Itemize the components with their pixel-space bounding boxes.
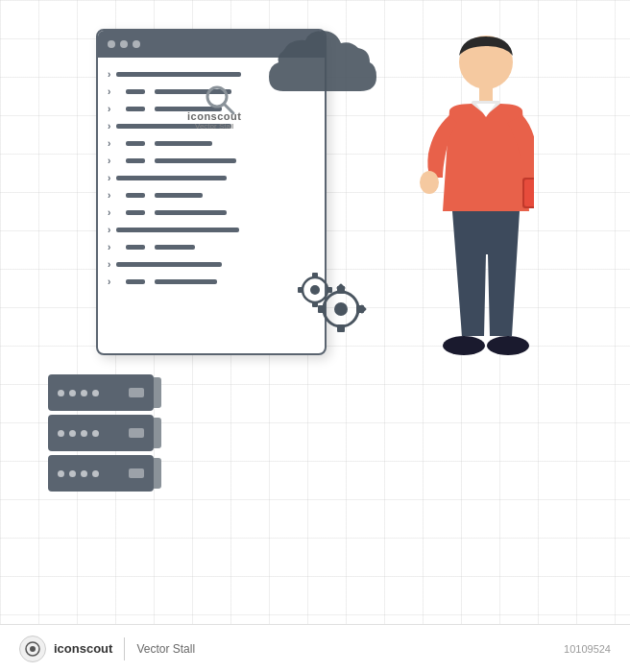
- svg-rect-15: [327, 287, 332, 293]
- footer-id: 10109524: [564, 643, 611, 655]
- code-bar: [155, 193, 203, 198]
- code-line: ›: [108, 173, 315, 183]
- chevron-icon: ›: [108, 104, 110, 114]
- server-dot: [69, 390, 76, 396]
- code-bar: [126, 107, 145, 111]
- code-bar: [126, 89, 145, 94]
- server-rect: [129, 428, 144, 438]
- code-bar: [155, 245, 195, 250]
- gears-svg: [298, 269, 384, 346]
- footer-bar: iconscout Vector Stall 10109524: [0, 624, 630, 672]
- code-line: ›: [108, 225, 315, 235]
- footer-secondary-text: Vector Stall: [136, 642, 195, 656]
- code-bar: [155, 158, 236, 163]
- code-bar: [155, 279, 217, 284]
- person-svg: [380, 19, 534, 384]
- footer-logo-circle: [19, 636, 46, 662]
- window-dot-1: [108, 40, 115, 48]
- chevron-icon: ›: [108, 276, 110, 287]
- code-bar: [116, 176, 227, 180]
- svg-point-22: [443, 336, 485, 355]
- cloud-shape: [259, 19, 384, 106]
- code-line: ›: [108, 156, 315, 166]
- code-line: ›: [108, 242, 315, 252]
- server-unit-3: [48, 455, 154, 492]
- svg-rect-21: [524, 180, 534, 206]
- window-dot-2: [120, 40, 128, 48]
- footer-brand-text: iconscout: [54, 641, 112, 656]
- server-dot: [81, 470, 87, 477]
- code-bar: [126, 245, 145, 250]
- server-dot: [69, 470, 76, 477]
- gears-group: [298, 269, 384, 349]
- chevron-icon: ›: [108, 138, 110, 149]
- code-line: ›: [108, 259, 315, 270]
- cloud-svg: [259, 19, 384, 106]
- watermark: iconscout Vector Stall: [187, 110, 241, 131]
- code-bar: [126, 141, 145, 146]
- code-bar: [126, 193, 145, 198]
- window-dot-3: [133, 40, 140, 48]
- svg-rect-5: [337, 324, 345, 332]
- server-dot: [58, 390, 64, 396]
- iconscout-logo-icon: [24, 640, 41, 658]
- chevron-icon: ›: [108, 156, 110, 166]
- chevron-icon: ›: [108, 190, 110, 201]
- main-content: › › › › › › › › › › › › ›: [0, 0, 630, 672]
- svg-point-3: [334, 302, 348, 316]
- illustration-area: › › › › › › › › › › › › ›: [0, 0, 630, 624]
- chevron-icon: ›: [108, 121, 110, 132]
- svg-rect-6: [318, 305, 326, 313]
- footer-divider: [124, 637, 125, 660]
- server-unit-1: [48, 374, 154, 411]
- server-dot: [58, 430, 64, 437]
- code-bar: [126, 158, 145, 163]
- chevron-icon: ›: [108, 69, 110, 80]
- chevron-icon: ›: [108, 242, 110, 252]
- chevron-icon: ›: [108, 225, 110, 235]
- code-bar: [116, 72, 241, 77]
- watermark-brand: iconscout: [187, 110, 241, 122]
- person-figure: [380, 19, 534, 384]
- code-line: ›: [108, 276, 315, 287]
- svg-rect-12: [312, 273, 318, 278]
- server-dot: [81, 430, 87, 437]
- watermark-subtitle: Vector Stall: [195, 122, 233, 131]
- server-rect: [129, 388, 144, 397]
- code-line: ›: [108, 138, 315, 149]
- chevron-icon: ›: [108, 259, 110, 270]
- chevron-icon: ›: [108, 173, 110, 183]
- svg-point-25: [30, 646, 36, 652]
- code-bar: [126, 210, 145, 215]
- svg-rect-13: [312, 301, 318, 307]
- server-stack: [48, 374, 154, 495]
- code-bar: [116, 262, 222, 267]
- footer-logo: iconscout: [19, 636, 112, 662]
- svg-point-11: [310, 285, 320, 295]
- code-line: ›: [108, 207, 315, 218]
- svg-point-23: [487, 336, 529, 355]
- server-dot: [92, 430, 99, 437]
- server-unit-2: [48, 415, 154, 451]
- svg-rect-14: [298, 287, 303, 293]
- code-bar: [155, 141, 212, 146]
- server-rect: [129, 468, 144, 478]
- chevron-icon: ›: [108, 86, 110, 97]
- svg-point-19: [420, 171, 439, 194]
- code-bar: [126, 279, 145, 284]
- code-line: ›: [108, 190, 315, 201]
- server-dot: [58, 470, 64, 477]
- chevron-icon: ›: [108, 207, 110, 218]
- server-dot: [81, 390, 87, 396]
- server-dot: [92, 470, 99, 477]
- server-dot: [69, 430, 76, 437]
- server-dot: [92, 390, 99, 396]
- code-bar: [116, 228, 239, 232]
- code-bar: [155, 210, 227, 215]
